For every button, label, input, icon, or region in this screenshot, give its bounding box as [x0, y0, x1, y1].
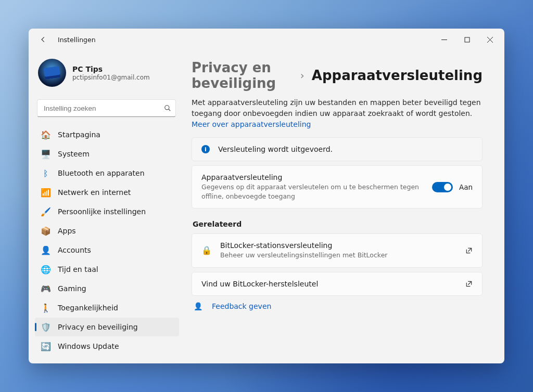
maximize-button[interactable] [455, 32, 478, 47]
nav: 🏠Startpagina🖥️SysteemᛒBluetooth en appar… [35, 125, 179, 356]
nav-label: Startpagina [58, 130, 100, 139]
titlebar: Instellingen [29, 29, 504, 50]
recovery-title: Vind uw BitLocker-herstelsleutel [201, 280, 457, 288]
sidebar-item-netwerk-en-internet[interactable]: 📶Netwerk en internet [35, 183, 179, 202]
content: PC Tips pctipsinfo01@gmail.com 🏠Startpag… [29, 50, 504, 363]
sidebar-item-toegankelijkheid[interactable]: 🚶Toegankelijkheid [35, 298, 179, 317]
feedback-row: 👤 Feedback geven [192, 301, 483, 311]
encryption-title: Apparaatversleuteling [201, 173, 424, 181]
learn-more-link[interactable]: Meer over apparaatversleuteling [192, 120, 311, 128]
sidebar-item-systeem[interactable]: 🖥️Systeem [35, 145, 179, 163]
main-panel: Privacy en beveiliging › Apparaatversleu… [182, 50, 504, 363]
nav-label: Tijd en taal [58, 265, 98, 273]
nav-label: Toegankelijkheid [58, 304, 118, 312]
sidebar: PC Tips pctipsinfo01@gmail.com 🏠Startpag… [29, 50, 182, 363]
search-input[interactable] [37, 104, 160, 112]
encryption-toggle[interactable] [432, 182, 453, 192]
nav-label: Gaming [58, 284, 86, 293]
page-description: Met apparaatversleuteling zijn uw bestan… [192, 97, 483, 130]
bitlocker-subtitle: Beheer uw versleutelingsinstellingen met… [220, 251, 457, 260]
search-icon [160, 104, 175, 112]
nav-icon: 🚶 [41, 303, 50, 312]
profile-name: PC Tips [72, 65, 150, 73]
breadcrumb-current: Apparaatversleuteling [312, 68, 483, 83]
caption-buttons [433, 32, 501, 47]
sidebar-item-gaming[interactable]: 🎮Gaming [35, 279, 179, 298]
info-banner: i Versleuteling wordt uitgevoerd. [192, 137, 483, 161]
breadcrumb: Privacy en beveiliging › Apparaatversleu… [192, 60, 483, 91]
nav-icon: 👤 [41, 245, 50, 255]
nav-icon: ᛒ [41, 168, 50, 178]
nav-label: Bluetooth en apparaten [58, 169, 145, 177]
encryption-subtitle: Gegevens op dit apparaat versleutelen om… [201, 182, 424, 201]
sidebar-item-tijd-en-taal[interactable]: 🌐Tijd en taal [35, 260, 179, 279]
nav-label: Apps [58, 227, 76, 235]
nav-icon: 🔄 [41, 342, 50, 351]
nav-icon: 📶 [41, 188, 50, 197]
back-button[interactable] [34, 30, 53, 49]
nav-icon: 🌐 [41, 265, 50, 274]
nav-icon: 🏠 [41, 130, 50, 139]
svg-rect-1 [465, 37, 469, 42]
feedback-link[interactable]: Feedback geven [212, 302, 271, 310]
sidebar-item-startpagina[interactable]: 🏠Startpagina [35, 125, 179, 144]
minimize-button[interactable] [433, 32, 455, 47]
nav-label: Windows Update [58, 342, 119, 350]
bitlocker-title: BitLocker-stationsversleuteling [220, 241, 457, 250]
sidebar-item-persoonlijke-instellingen[interactable]: 🖌️Persoonlijke instellingen [35, 202, 179, 221]
bitlocker-card[interactable]: 🔒 BitLocker-stationsversleuteling Beheer… [192, 233, 483, 268]
window-title: Instellingen [58, 36, 96, 44]
sidebar-item-bluetooth-en-apparaten[interactable]: ᛒBluetooth en apparaten [35, 164, 179, 182]
sidebar-item-windows-update[interactable]: 🔄Windows Update [35, 337, 179, 356]
info-text: Versleuteling wordt uitgevoerd. [218, 145, 333, 153]
nav-label: Persoonlijke instellingen [58, 207, 146, 216]
settings-window: Instellingen PC Tips pctipsinfo01@gmail.… [29, 29, 504, 363]
encryption-card: Apparaatversleuteling Gegevens op dit ap… [192, 165, 483, 208]
svg-line-5 [169, 109, 171, 111]
nav-icon: 🛡️ [41, 322, 50, 332]
nav-icon: 🖌️ [41, 207, 50, 216]
close-button[interactable] [478, 32, 501, 47]
svg-point-4 [165, 106, 169, 110]
feedback-icon: 👤 [194, 302, 202, 310]
nav-icon: 🎮 [41, 284, 50, 293]
recovery-key-card[interactable]: Vind uw BitLocker-herstelsleutel [192, 272, 483, 296]
sidebar-item-privacy-en-beveiliging[interactable]: 🛡️Privacy en beveiliging [35, 318, 179, 336]
profile[interactable]: PC Tips pctipsinfo01@gmail.com [35, 56, 179, 95]
nav-label: Netwerk en internet [58, 188, 131, 197]
nav-icon: 📦 [41, 226, 50, 236]
sidebar-item-apps[interactable]: 📦Apps [35, 221, 179, 240]
nav-label: Systeem [58, 150, 90, 158]
nav-label: Privacy en beveiliging [58, 323, 138, 331]
related-heading: Gerelateerd [193, 220, 483, 228]
nav-icon: 🖥️ [41, 149, 50, 159]
avatar [38, 59, 66, 87]
profile-email: pctipsinfo01@gmail.com [72, 74, 150, 81]
sidebar-item-accounts[interactable]: 👤Accounts [35, 241, 179, 259]
lock-icon: 🔒 [201, 245, 212, 255]
nav-label: Accounts [58, 246, 91, 254]
open-external-icon [465, 280, 473, 288]
chevron-right-icon: › [300, 69, 304, 82]
info-icon: i [201, 145, 210, 153]
search-box[interactable] [37, 99, 176, 117]
toggle-state-label: Aan [459, 183, 473, 191]
breadcrumb-parent[interactable]: Privacy en beveiliging [192, 60, 293, 91]
open-external-icon [465, 247, 473, 254]
